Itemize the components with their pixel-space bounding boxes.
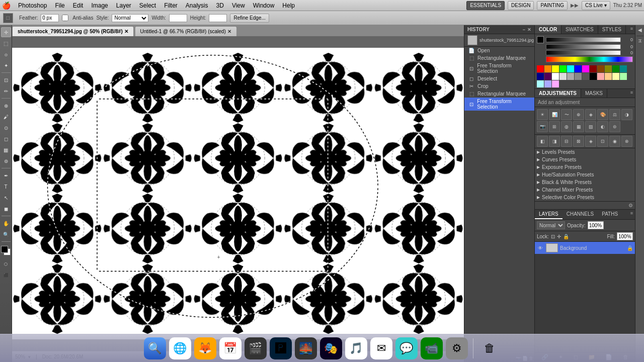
menu-window[interactable]: Window bbox=[250, 1, 278, 10]
gradient-map-icon[interactable]: ◐ bbox=[597, 121, 608, 132]
swatch-yellow[interactable] bbox=[552, 65, 559, 72]
collapse-panel-icon[interactable]: ◀ bbox=[638, 27, 642, 33]
magic-wand-tool[interactable]: ✦ bbox=[1, 60, 11, 70]
workspace-essentials-button[interactable]: ESSENTIALS bbox=[466, 1, 505, 10]
opacity-input[interactable] bbox=[588, 221, 604, 229]
preset-channel-mixer[interactable]: ▶ Channel Mixer Presets bbox=[535, 186, 635, 194]
color-balance-icon[interactable]: ⚖ bbox=[609, 109, 620, 120]
antialias-checkbox[interactable] bbox=[62, 15, 68, 21]
adj-icon-a[interactable]: ◧ bbox=[537, 136, 548, 147]
foreground-color-swatch[interactable] bbox=[1, 246, 8, 253]
swatch-light-yellow[interactable] bbox=[612, 73, 619, 80]
threshold-icon[interactable]: ▨ bbox=[585, 121, 596, 132]
preset-bw[interactable]: ▶ Black & White Presets bbox=[535, 178, 635, 186]
marquee-tool[interactable]: ⬚ bbox=[1, 38, 11, 48]
swatch-pink[interactable] bbox=[597, 73, 604, 80]
brush-tool[interactable]: 🖌 bbox=[1, 112, 11, 122]
dock-bridge[interactable]: 🌉 bbox=[295, 337, 317, 359]
preset-selective-color[interactable]: ▶ Selective Color Presets bbox=[535, 194, 635, 201]
dock-finder[interactable]: 🔍 bbox=[144, 337, 166, 359]
swatch-orange[interactable] bbox=[544, 65, 551, 72]
swatch-purple[interactable] bbox=[544, 73, 551, 80]
screen-mode-btn[interactable]: ⬛ bbox=[1, 270, 11, 280]
history-collapse[interactable]: − bbox=[523, 27, 525, 32]
preset-hue-sat[interactable]: ▶ Hue/Saturation Presets bbox=[535, 171, 635, 178]
pen-tool[interactable]: ✒ bbox=[1, 170, 11, 180]
path-selection-tool[interactable]: ↖ bbox=[1, 193, 11, 203]
swatch-green[interactable] bbox=[559, 65, 567, 72]
tab-layers[interactable]: LAYERS bbox=[535, 210, 562, 219]
lock-pixel-icon[interactable]: ⊡ bbox=[551, 234, 555, 239]
history-close[interactable]: ✕ bbox=[527, 27, 531, 32]
clone-tool[interactable]: ⊙ bbox=[1, 123, 11, 133]
posterize-icon[interactable]: ▦ bbox=[573, 121, 584, 132]
dock-mail[interactable]: ✉ bbox=[370, 337, 392, 359]
swatch-light-blue[interactable] bbox=[544, 80, 551, 87]
history-item-rect-marquee[interactable]: ⬚ Rectangular Marquee bbox=[464, 54, 534, 62]
tool-preset-picker[interactable]: ⬚ bbox=[3, 13, 13, 23]
history-item-rect-marquee2[interactable]: ⬚ Rectangular Marquee bbox=[464, 90, 534, 98]
tab-masks[interactable]: MASKS bbox=[581, 89, 607, 98]
layers-panel-menu[interactable]: ≡ bbox=[628, 210, 635, 219]
dock-ae[interactable]: 🎭 bbox=[320, 337, 342, 359]
dodge-tool[interactable]: ⊚ bbox=[1, 156, 11, 166]
curves-icon[interactable]: 〜 bbox=[561, 109, 572, 120]
invert-icon[interactable]: ◍ bbox=[561, 121, 572, 132]
refine-edge-button[interactable]: Refine Edge... bbox=[230, 14, 269, 23]
history-item-open[interactable]: 📄 Open bbox=[464, 47, 534, 54]
hand-tool[interactable]: ✋ bbox=[1, 218, 11, 228]
adj-icon-c[interactable]: ⊟ bbox=[561, 136, 572, 147]
workspace-design-button[interactable]: DESIGN bbox=[508, 1, 534, 10]
swatch-light-green[interactable] bbox=[620, 73, 627, 80]
color-panel-menu[interactable]: ≡ bbox=[628, 25, 635, 34]
hue-spectrum[interactable] bbox=[546, 56, 633, 62]
r-slider[interactable] bbox=[546, 37, 621, 42]
menu-file[interactable]: File bbox=[51, 1, 68, 10]
swatch-dark-blue[interactable] bbox=[537, 73, 544, 80]
swatch-dark-gray[interactable] bbox=[582, 73, 589, 80]
tab-adjustments[interactable]: ADJUSTMENTS bbox=[535, 89, 581, 98]
eyedropper-tool[interactable]: ✏ bbox=[1, 86, 11, 96]
lock-all-icon[interactable]: 🔒 bbox=[563, 234, 569, 239]
channel-mixer-icon[interactable]: ⊞ bbox=[549, 121, 560, 132]
tab-color[interactable]: COLOR bbox=[535, 25, 561, 34]
selective-color-icon[interactable]: ⊜ bbox=[609, 121, 620, 132]
eraser-tool[interactable]: ◻ bbox=[1, 134, 11, 144]
tab-untitled[interactable]: Untitled-1 @ 66.7% (RGB/8#) (scaled) ✕ bbox=[135, 26, 237, 36]
adj-icon-h[interactable]: ⊗ bbox=[621, 136, 632, 147]
preset-curves[interactable]: ▶ Curves Presets bbox=[535, 156, 635, 163]
type-tool[interactable]: T bbox=[1, 182, 11, 192]
dock-messages[interactable]: 💬 bbox=[395, 337, 418, 359]
dock-imovie[interactable]: 🎬 bbox=[245, 337, 267, 359]
swatch-white[interactable] bbox=[552, 73, 559, 80]
levels-icon[interactable]: 📊 bbox=[549, 109, 560, 120]
zoom-tool[interactable]: 🔍 bbox=[1, 229, 11, 239]
swatch-magenta[interactable] bbox=[582, 65, 589, 72]
menu-analysis[interactable]: Analysis bbox=[182, 1, 212, 10]
swatch-black[interactable] bbox=[590, 73, 597, 80]
dock-facetime[interactable]: 📹 bbox=[421, 337, 443, 359]
swatch-peach[interactable] bbox=[605, 73, 612, 80]
swatch-blue[interactable] bbox=[575, 65, 582, 72]
hue-saturation-icon[interactable]: 🎨 bbox=[597, 109, 608, 120]
menu-photoshop[interactable]: Photoshop bbox=[15, 1, 50, 10]
gradient-tool[interactable]: ▦ bbox=[1, 145, 11, 155]
adj-icon-g[interactable]: ◉ bbox=[609, 136, 620, 147]
panel-icon-history[interactable]: H bbox=[637, 39, 642, 43]
style-select[interactable]: Normal Fixed Ratio Fixed Size bbox=[112, 14, 148, 22]
history-item-crop[interactable]: ✂ Crop bbox=[464, 82, 534, 90]
preset-levels[interactable]: ▶ Levels Presets bbox=[535, 148, 635, 156]
b-slider[interactable] bbox=[546, 50, 621, 55]
history-item-free-transform2[interactable]: ⊡ Free Transform Selection bbox=[464, 98, 534, 111]
adj-icon-b[interactable]: ◨ bbox=[549, 136, 560, 147]
history-item-free-transform1[interactable]: ⊡ Free Transform Selection bbox=[464, 62, 534, 75]
tab-channels[interactable]: CHANNELS bbox=[562, 210, 598, 219]
tab-styles[interactable]: STYLES bbox=[598, 25, 626, 34]
cs-live-button[interactable]: CS Live ▾ bbox=[582, 1, 610, 10]
swatch-light-pink[interactable] bbox=[552, 80, 559, 87]
swatch-medium-gray[interactable] bbox=[567, 73, 574, 80]
quick-mask-btn[interactable]: ⬡ bbox=[1, 259, 11, 269]
layer-visibility-icon[interactable]: 👁 bbox=[537, 245, 544, 251]
menu-image[interactable]: Image bbox=[88, 1, 111, 10]
photo-filter-icon[interactable]: 📷 bbox=[537, 121, 548, 132]
